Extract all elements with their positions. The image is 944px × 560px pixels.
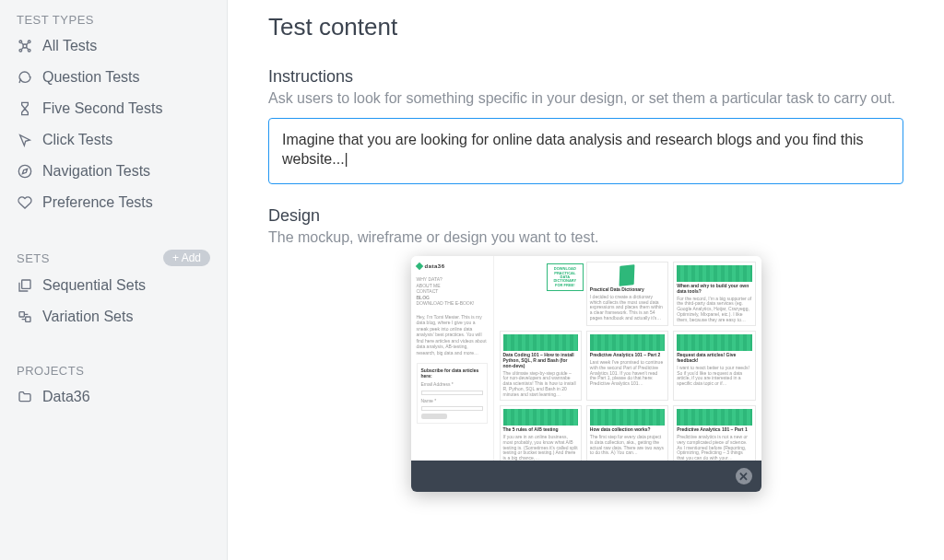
close-icon[interactable]: ✕ bbox=[736, 468, 752, 484]
main-content: Test content Instructions Ask users to l… bbox=[228, 0, 944, 560]
sidebar-item-all-tests[interactable]: All Tests bbox=[0, 30, 227, 62]
projects-list: Data36 bbox=[0, 381, 227, 413]
sidebar-item-label: Preference Tests bbox=[42, 194, 153, 211]
sidebar-item-label: Question Tests bbox=[42, 69, 140, 86]
instructions-input[interactable]: Imagine that you are looking for online … bbox=[268, 118, 903, 184]
sidebar-item-label: Sequential Sets bbox=[42, 277, 146, 294]
preview-body: data36 WHY DATA? ABOUT ME CONTACT BLOG D… bbox=[411, 256, 761, 461]
sidebar-item-navigation-tests[interactable]: Navigation Tests bbox=[0, 156, 227, 187]
preview-footer: ✕ bbox=[411, 461, 761, 492]
sidebar-item-click-tests[interactable]: Click Tests bbox=[0, 124, 227, 156]
preview-subscribe: Subscribe for data articles here: Email … bbox=[417, 363, 488, 424]
preview-card: How data collection works? The first ste… bbox=[586, 405, 668, 461]
hourglass-icon bbox=[17, 101, 33, 116]
preview-card: Predictive Analytics 101 – Part 2 Last w… bbox=[586, 331, 668, 401]
instructions-desc: Ask users to look for something specific… bbox=[268, 88, 903, 109]
sidebar-item-variation-sets[interactable]: Variation Sets bbox=[0, 301, 227, 332]
preview-card: Practical Data Dictionary I decided to c… bbox=[586, 262, 668, 326]
preview-intro: Hey, I'm Tomi Mester. This is my data bl… bbox=[417, 314, 488, 356]
preview-card: Predictive Analytics 101 – Part 1 Predic… bbox=[673, 405, 755, 461]
sidebar-item-label: Navigation Tests bbox=[42, 163, 150, 180]
sidebar-item-label: Click Tests bbox=[42, 132, 112, 148]
design-preview[interactable]: data36 WHY DATA? ABOUT ME CONTACT BLOG D… bbox=[411, 256, 761, 492]
heart-icon bbox=[17, 195, 33, 210]
sidebar-item-label: Five Second Tests bbox=[42, 100, 162, 117]
design-block: Design The mockup, wireframe or design y… bbox=[268, 206, 903, 493]
preview-logo: data36 bbox=[417, 263, 488, 269]
projects-header: PROJECTS bbox=[0, 356, 227, 381]
question-icon bbox=[17, 70, 33, 85]
section-title: SETS bbox=[17, 251, 50, 265]
instructions-label: Instructions bbox=[268, 67, 903, 87]
svg-rect-8 bbox=[19, 312, 24, 317]
section-title: TEST TYPES bbox=[17, 13, 94, 27]
test-types-list: All Tests Question Tests Five Second Tes… bbox=[0, 30, 227, 218]
design-desc: The mockup, wireframe or design you want… bbox=[268, 228, 903, 248]
sets-list: Sequential Sets Variation Sets bbox=[0, 270, 227, 332]
preview-grid: Practical Data Dictionary I decided to c… bbox=[494, 256, 761, 461]
preview-sidebar: data36 WHY DATA? ABOUT ME CONTACT BLOG D… bbox=[411, 256, 494, 461]
svg-rect-9 bbox=[26, 317, 30, 321]
instructions-block: Instructions Ask users to look for somet… bbox=[268, 67, 903, 184]
preview-download-box: DOWNLOAD PRACTICAL DATA DICTIONARY FOR F… bbox=[547, 263, 584, 291]
svg-marker-6 bbox=[22, 169, 27, 173]
design-label: Design bbox=[268, 206, 903, 226]
sidebar: TEST TYPES All Tests Question Tests Five… bbox=[0, 0, 228, 560]
sidebar-item-question-tests[interactable]: Question Tests bbox=[0, 62, 227, 93]
preview-card: The 5 rules of A/B testing If you are in… bbox=[500, 405, 582, 461]
sidebar-item-preference-tests[interactable]: Preference Tests bbox=[0, 187, 227, 218]
stack-icon bbox=[17, 278, 33, 293]
section-title: PROJECTS bbox=[17, 364, 84, 378]
add-set-button[interactable]: + Add bbox=[163, 250, 210, 266]
sidebar-item-label: Variation Sets bbox=[42, 309, 133, 325]
cursor-icon bbox=[17, 133, 33, 147]
svg-point-5 bbox=[18, 165, 30, 177]
sets-header: SETS + Add bbox=[0, 242, 227, 270]
preview-card: Request data articles! Give feedback! I … bbox=[673, 331, 755, 401]
sidebar-item-five-second-tests[interactable]: Five Second Tests bbox=[0, 93, 227, 124]
preview-nav: WHY DATA? ABOUT ME CONTACT BLOG DOWNLOAD… bbox=[417, 276, 488, 307]
all-icon bbox=[17, 39, 33, 53]
sidebar-item-label: Data36 bbox=[42, 389, 90, 405]
sidebar-item-label: All Tests bbox=[42, 38, 97, 54]
folder-icon bbox=[17, 390, 33, 404]
sidebar-item-sequential-sets[interactable]: Sequential Sets bbox=[0, 270, 227, 301]
compass-icon bbox=[17, 164, 33, 179]
svg-point-3 bbox=[19, 49, 22, 52]
preview-card: When and why to build your own data tool… bbox=[673, 262, 755, 326]
svg-point-1 bbox=[19, 41, 22, 43]
preview-card: Data Coding 101 – How to install Python,… bbox=[500, 331, 582, 401]
sidebar-item-data36[interactable]: Data36 bbox=[0, 381, 227, 413]
svg-point-2 bbox=[28, 41, 30, 43]
switch-icon bbox=[17, 309, 33, 324]
test-types-header: TEST TYPES bbox=[0, 6, 227, 30]
svg-point-4 bbox=[28, 49, 30, 52]
page-title: Test content bbox=[268, 13, 903, 41]
svg-rect-7 bbox=[22, 280, 30, 288]
